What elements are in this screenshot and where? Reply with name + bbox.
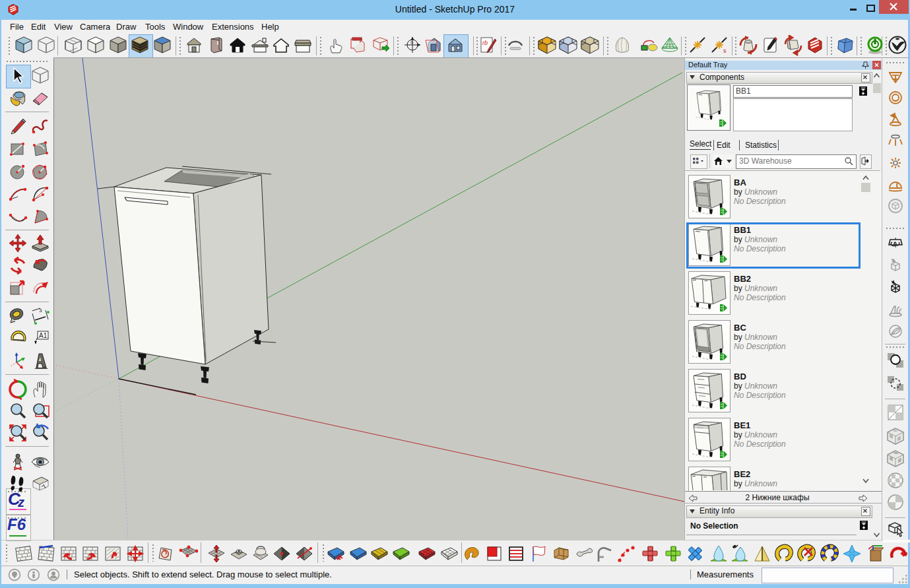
svg-text:A1: A1 [39, 332, 48, 339]
svg-text:rb: rb [482, 40, 488, 46]
svg-text:G: G [410, 40, 414, 44]
svg-text:3: 3 [39, 308, 42, 313]
svg-text:s: s [723, 48, 727, 54]
